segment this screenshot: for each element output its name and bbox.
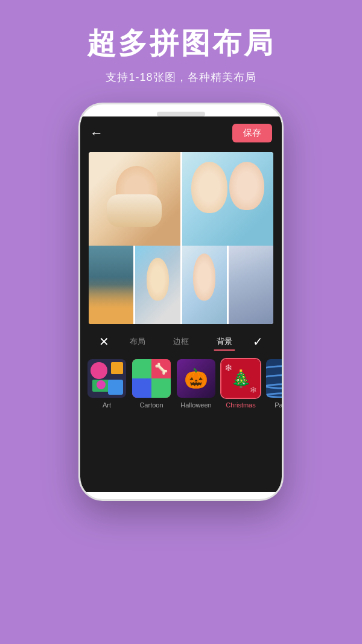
bottom-tabs: ✕ 布局 边框 背景 ✓	[80, 329, 282, 354]
phone-notch	[157, 112, 205, 116]
save-button[interactable]: 保存	[232, 124, 272, 142]
sticker-christmas-label: Christmas	[226, 401, 256, 409]
photo-6[interactable]	[229, 246, 273, 324]
main-title: 超多拼图布局	[0, 24, 362, 63]
phone-topbar: ← 保存	[80, 116, 282, 147]
back-button[interactable]: ←	[90, 126, 103, 141]
sticker-art-label: Art	[103, 401, 111, 409]
sticker-cartoon-thumb: 🦴	[131, 358, 172, 399]
photo-2[interactable]	[182, 152, 274, 246]
sticker-cartoon-label: Cartoon	[139, 401, 163, 409]
sticker-pattern-label: Pattern	[275, 401, 282, 409]
sticker-art[interactable]: Art	[86, 358, 127, 409]
sticker-halloween-label: Halloween	[180, 401, 211, 409]
sticker-christmas-thumb: 🎄	[220, 358, 261, 399]
hero-section: 超多拼图布局 支持1-18张图，各种精美布局	[0, 0, 362, 103]
phone-screen: ← 保存	[80, 116, 282, 492]
sticker-halloween[interactable]: 🎃 Halloween	[176, 358, 217, 409]
tab-frame[interactable]: 边框	[166, 334, 196, 349]
phone-body: ← 保存	[78, 103, 284, 501]
sticker-christmas[interactable]: 🎄 Christmas	[220, 358, 261, 409]
sub-title: 支持1-18张图，各种精美布局	[0, 70, 362, 84]
sticker-pattern[interactable]: Pattern	[265, 358, 282, 409]
sticker-cartoon[interactable]: 🦴 Cartoon	[131, 358, 172, 409]
phone-mockup: ← 保存	[0, 103, 362, 501]
collage-row-1	[89, 152, 273, 246]
photo-3[interactable]	[89, 246, 133, 324]
photo-4[interactable]	[135, 246, 180, 324]
sticker-halloween-thumb: 🎃	[176, 358, 217, 399]
collage-area	[89, 152, 273, 324]
confirm-button[interactable]: ✓	[253, 334, 263, 349]
sticker-pattern-thumb	[265, 358, 282, 399]
tab-background[interactable]: 背景	[209, 334, 240, 349]
sticker-art-thumb	[86, 358, 127, 399]
tab-layout[interactable]: 布局	[122, 334, 153, 349]
photo-5[interactable]	[182, 246, 227, 324]
photo-1[interactable]	[89, 152, 180, 246]
close-button[interactable]: ✕	[99, 334, 109, 349]
collage-row-2	[89, 246, 273, 324]
stickers-row: Art 🦴 Cartoon	[80, 354, 282, 412]
